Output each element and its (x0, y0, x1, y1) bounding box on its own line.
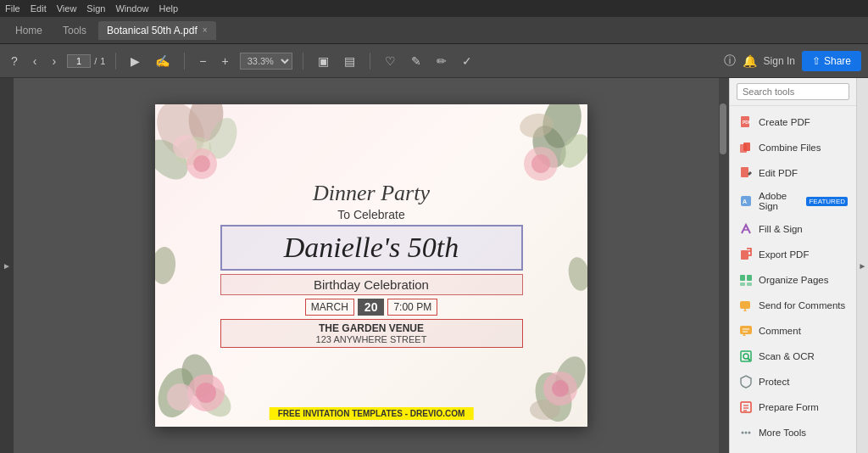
share-label: Share (824, 55, 851, 67)
zoom-in-button[interactable]: + (218, 52, 233, 70)
toolbar-right: ⓘ 🔔 Sign In ⇧ Share (724, 51, 861, 71)
to-celebrate-text: To Celebrate (220, 208, 523, 221)
tool-label-send-comments: Send for Comments (759, 300, 848, 310)
tool-item-comment[interactable]: Comment (730, 318, 856, 344)
tab-bar: Home Tools Botanical 50th A.pdf × (0, 17, 868, 44)
svg-point-21 (549, 351, 587, 400)
svg-point-26 (566, 255, 587, 293)
share-icon: ⇧ (812, 55, 821, 67)
canvas-scrollbar[interactable] (719, 78, 729, 453)
tool-label-prepare-form: Prepare Form (759, 402, 848, 412)
left-panel-toggle[interactable]: ► (0, 78, 14, 453)
hand-tool-button[interactable]: ✍ (151, 52, 174, 70)
svg-point-10 (554, 129, 587, 173)
right-panel-toggle[interactable]: ► (856, 78, 868, 453)
tools-search-area (730, 78, 856, 106)
select-tool-button[interactable]: ▶ (126, 52, 144, 70)
scroll-view-button[interactable]: ▤ (340, 52, 359, 70)
svg-point-12 (524, 147, 558, 181)
tab-home[interactable]: Home (7, 21, 51, 40)
page-view-button[interactable]: ▣ (314, 52, 333, 70)
svg-rect-40 (740, 326, 752, 334)
zoom-select[interactable]: 33.3% 50% 75% 100% (240, 53, 292, 70)
tool-item-fill-sign[interactable]: Fill & Sign (730, 216, 856, 242)
svg-rect-38 (747, 282, 752, 286)
menu-help[interactable]: Help (159, 3, 179, 14)
tab-tools[interactable]: Tools (54, 21, 95, 40)
edit-icon (738, 165, 754, 181)
help-circle-button[interactable]: ⓘ (724, 53, 736, 69)
featured-badge: FEATURED (806, 197, 848, 206)
svg-rect-37 (740, 282, 745, 286)
stamp-button[interactable]: ✓ (458, 52, 476, 70)
fill-icon (738, 221, 754, 237)
svg-text:PDF: PDF (743, 120, 751, 125)
tool-item-scan-ocr[interactable]: Scan & OCR (730, 344, 856, 369)
svg-point-15 (177, 350, 218, 401)
menu-sign[interactable]: Sign (86, 3, 105, 14)
separator-1 (115, 53, 116, 70)
menu-window[interactable]: Window (115, 3, 148, 14)
tool-item-prepare-form[interactable]: Prepare Form (730, 394, 856, 420)
svg-point-23 (543, 372, 577, 405)
svg-point-1 (185, 104, 227, 145)
tool-label-export-pdf: Export PDF (759, 249, 848, 260)
notification-button[interactable]: 🔔 (743, 54, 757, 68)
zoom-out-button[interactable]: − (195, 52, 210, 70)
tool-item-organize-pages[interactable]: Organize Pages (730, 267, 856, 293)
separator-3 (303, 53, 303, 70)
tool-item-edit-pdf[interactable]: Edit PDF (730, 160, 856, 186)
prev-page-button[interactable]: ‹ (29, 52, 42, 70)
tool-label-combine-files: Combine Files (759, 143, 848, 153)
svg-point-18 (196, 383, 216, 403)
menu-edit[interactable]: Edit (31, 3, 47, 14)
comment-button[interactable]: ♡ (381, 52, 400, 70)
tab-document-name: Botanical 50th A.pdf (107, 25, 198, 36)
export-icon (738, 247, 754, 262)
help-button[interactable]: ? (7, 52, 22, 70)
markup-button[interactable]: ✏ (432, 52, 451, 70)
tool-label-scan-ocr: Scan & OCR (759, 351, 848, 361)
tab-close-button[interactable]: × (203, 25, 208, 35)
svg-point-9 (526, 120, 573, 173)
tools-panel: PDFCreate PDFCombine FilesEdit PDFAAdobe… (729, 78, 856, 453)
tools-list: PDFCreate PDFCombine FilesEdit PDFAAdobe… (730, 106, 856, 453)
sign-in-link[interactable]: Sign In (764, 55, 795, 67)
tool-item-combine-files[interactable]: Combine Files (730, 135, 856, 160)
left-arrow-icon: ► (3, 261, 11, 271)
tool-item-protect[interactable]: Protect (730, 369, 856, 394)
tool-item-more-tools[interactable]: More Tools (730, 420, 856, 445)
tab-active-document[interactable]: Botanical 50th A.pdf × (98, 21, 216, 40)
svg-point-8 (537, 104, 587, 153)
tool-label-fill-sign: Fill & Sign (759, 224, 848, 234)
combine-icon (738, 140, 754, 155)
venue-address: 123 ANYWHERE STREET (238, 334, 505, 344)
menu-view[interactable]: View (57, 3, 77, 14)
menu-file[interactable]: File (5, 3, 20, 14)
tool-item-create-pdf[interactable]: PDFCreate PDF (730, 109, 856, 135)
tool-label-protect: Protect (759, 377, 848, 387)
draw-button[interactable]: ✎ (407, 52, 426, 70)
tools-search-input[interactable] (737, 83, 849, 100)
page-number-input[interactable] (67, 54, 91, 68)
svg-point-6 (193, 155, 210, 172)
form-icon (738, 400, 754, 415)
share-button[interactable]: ⇧ Share (802, 51, 861, 71)
date-row: MARCH 20 7:00 PM (220, 299, 523, 316)
page-nav: / 1 (67, 54, 105, 68)
tool-item-adobe-sign[interactable]: AAdobe SignFEATURED (730, 186, 856, 216)
svg-rect-35 (740, 275, 745, 281)
main-layout: ► (0, 78, 868, 453)
tool-item-export-pdf[interactable]: Export PDF (730, 242, 856, 267)
svg-point-3 (203, 114, 242, 162)
free-banner: FREE INVITATION TEMPLATES - DREVIO.COM (270, 407, 474, 420)
svg-rect-39 (740, 301, 750, 309)
tool-item-send-comments[interactable]: Send for Comments (730, 293, 856, 318)
dinner-party-title: Dinner Party (220, 181, 523, 206)
svg-rect-31 (741, 167, 748, 177)
svg-point-24 (552, 380, 569, 397)
scrollbar-track[interactable] (719, 78, 729, 453)
svg-point-0 (155, 104, 214, 166)
scrollbar-thumb[interactable] (720, 103, 726, 154)
next-page-button[interactable]: › (47, 52, 60, 70)
